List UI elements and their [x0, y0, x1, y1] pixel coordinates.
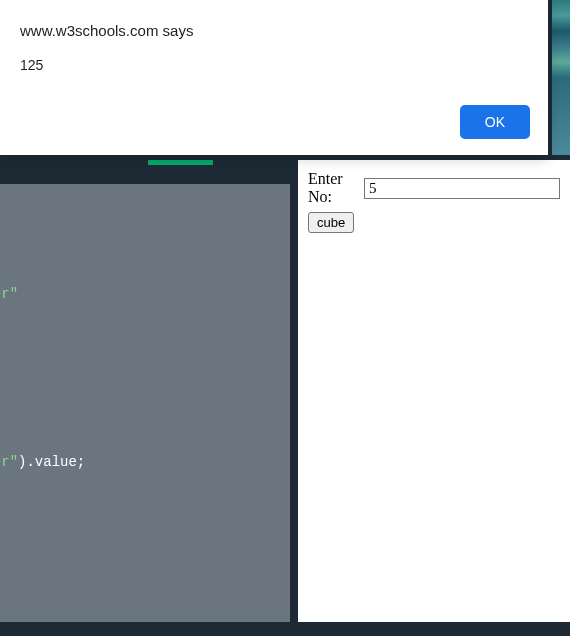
number-input[interactable] — [364, 178, 560, 199]
bottom-bar — [0, 622, 570, 636]
alert-message-text: 125 — [20, 57, 528, 73]
main-split: e="text" id="number" > " value="cube" />… — [0, 160, 570, 636]
alert-origin-text: www.w3schools.com says — [20, 22, 528, 39]
input-row: Enter No: — [308, 170, 560, 206]
code-text: e="text" id="number" > " value="cube" />… — [0, 284, 85, 515]
js-alert-dialog: www.w3schools.com says 125 OK — [0, 0, 548, 155]
toolbar-accent-bar — [148, 160, 213, 165]
alert-button-row: OK — [460, 105, 530, 139]
output-preview-pane: Enter No: cube — [290, 160, 570, 636]
code-area[interactable]: e="text" id="number" > " value="cube" />… — [0, 184, 290, 624]
enter-no-label: Enter No: — [308, 170, 362, 206]
background-strip — [552, 0, 570, 155]
cube-button[interactable]: cube — [308, 212, 354, 233]
code-editor-pane: e="text" id="number" > " value="cube" />… — [0, 160, 290, 636]
alert-ok-button[interactable]: OK — [460, 105, 530, 139]
